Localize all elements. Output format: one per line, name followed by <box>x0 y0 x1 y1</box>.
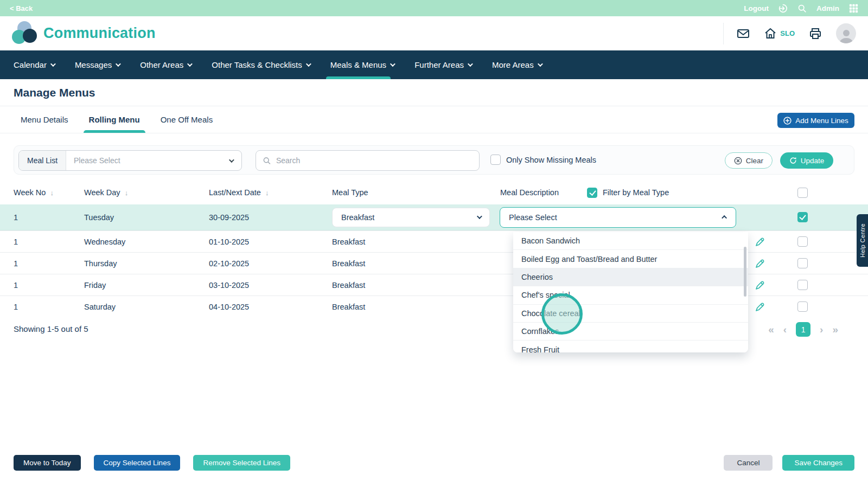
first-page-button[interactable]: « <box>768 324 774 335</box>
col-meal-type: Meal Type <box>332 188 495 197</box>
admin-menu[interactable]: Admin <box>816 4 839 12</box>
current-page-button[interactable]: 1 <box>796 322 810 337</box>
dropdown-option[interactable]: Fresh Fruit <box>513 341 748 352</box>
nav-more-areas[interactable]: More Areas <box>492 50 541 79</box>
user-avatar[interactable] <box>836 23 856 43</box>
search-field[interactable] <box>256 150 480 171</box>
move-to-today-button[interactable]: Move to Today <box>14 455 81 471</box>
app-header: Communication SLO <box>0 16 868 50</box>
meal-description-dropdown: Bacon Sandwich Boiled Egg and Toast/Brea… <box>513 232 748 352</box>
filter-by-meal-type-checkbox[interactable] <box>587 188 597 198</box>
print-icon[interactable] <box>809 27 822 40</box>
meal-description-select-open[interactable]: Please Select <box>500 207 736 228</box>
logout-button[interactable]: Logout <box>744 4 769 12</box>
tabs-bar: Menu Details Rolling Menu One Off Meals <box>0 106 868 133</box>
sort-desc-icon[interactable]: ↓ <box>50 189 54 197</box>
home-icon[interactable] <box>764 27 777 40</box>
save-changes-button[interactable]: Save Changes <box>782 455 854 471</box>
only-show-missing-meals[interactable]: Only Show Missing Meals <box>490 155 596 165</box>
top-utility-bar: < Back Logout Admin <box>0 0 868 16</box>
nav-messages[interactable]: Messages <box>75 50 119 79</box>
next-page-button[interactable]: › <box>820 324 823 335</box>
tab-one-off-meals[interactable]: One Off Meals <box>161 106 213 133</box>
row-checkbox[interactable] <box>797 236 808 247</box>
dropdown-option[interactable]: Bacon Sandwich <box>513 232 748 250</box>
add-menu-lines-button[interactable]: Add Menu Lines <box>777 113 854 128</box>
update-button[interactable]: Update <box>780 152 833 169</box>
col-week-day[interactable]: Week Day↓ <box>84 188 209 197</box>
help-centre-tab[interactable]: Help Centre <box>857 214 868 267</box>
table-row[interactable]: 1 Tuesday 30-09-2025 Breakfast Please Se… <box>0 204 868 230</box>
app-screen: < Back Logout Admin C <box>0 0 868 488</box>
home-link[interactable]: SLO <box>764 27 795 40</box>
col-week-no[interactable]: Week No↓ <box>0 188 84 197</box>
nav-further-areas[interactable]: Further Areas <box>414 50 471 79</box>
only-show-missing-checkbox[interactable] <box>490 155 501 165</box>
main-nav: Calendar Messages Other Areas Other Task… <box>0 50 868 79</box>
nav-other-areas[interactable]: Other Areas <box>140 50 191 79</box>
brand: Communication <box>12 21 156 46</box>
nav-calendar[interactable]: Calendar <box>14 50 54 79</box>
chevron-down-icon <box>187 61 193 67</box>
chevron-down-icon <box>229 157 234 163</box>
page-title-bar: Manage Menus <box>0 79 868 106</box>
chevron-down-icon <box>538 61 543 67</box>
chevron-down-icon <box>477 214 482 219</box>
tab-menu-details[interactable]: Menu Details <box>21 106 68 133</box>
search-input[interactable] <box>276 156 473 165</box>
plus-circle-icon <box>783 117 792 125</box>
pagination: « ‹ 1 › » <box>768 322 838 337</box>
row-checkbox[interactable] <box>797 258 808 268</box>
filter-panel: Meal List Please Select Only Show Missin… <box>14 145 854 175</box>
dropdown-option[interactable]: Chef's special <box>513 286 748 304</box>
meal-list-label: Meal List <box>19 151 66 170</box>
clear-button[interactable]: Clear <box>725 152 773 169</box>
app-logo <box>12 21 37 46</box>
prev-page-button[interactable]: ‹ <box>783 324 787 335</box>
filter-by-meal-type-label: Filter by Meal Type <box>603 188 669 197</box>
apps-grid-icon[interactable] <box>849 4 858 13</box>
edit-pencil-icon[interactable] <box>755 280 765 291</box>
row-checkbox[interactable] <box>797 301 808 312</box>
tab-rolling-menu[interactable]: Rolling Menu <box>89 106 140 133</box>
edit-pencil-icon[interactable] <box>755 236 765 247</box>
messages-envelope-icon[interactable] <box>737 27 750 40</box>
dropdown-option[interactable]: Cheerios <box>513 268 748 286</box>
col-last-next-date[interactable]: Last/Next Date↓ <box>209 188 332 197</box>
avatar-person-icon <box>838 28 854 43</box>
last-page-button[interactable]: » <box>832 324 838 335</box>
sort-desc-icon[interactable]: ↓ <box>265 189 269 197</box>
meal-type-select[interactable]: Breakfast <box>332 208 490 227</box>
cancel-button[interactable]: Cancel <box>724 455 773 471</box>
search-icon[interactable] <box>797 4 807 13</box>
x-circle-icon <box>734 157 742 165</box>
dropdown-option[interactable]: Boiled Egg and Toast/Bread and Butter <box>513 250 748 268</box>
chevron-down-icon <box>50 61 56 67</box>
meal-list-select[interactable]: Meal List Please Select <box>18 150 242 171</box>
page-title: Manage Menus <box>14 86 95 99</box>
table-header: Week No↓ Week Day↓ Last/Next Date↓ Meal … <box>0 181 868 204</box>
meal-list-value: Please Select <box>66 156 229 165</box>
bottom-action-bar: Move to Today Copy Selected Lines Remove… <box>0 454 868 471</box>
back-button[interactable]: < Back <box>10 4 33 12</box>
logout-icon[interactable] <box>778 4 788 13</box>
edit-pencil-icon[interactable] <box>755 301 765 312</box>
remove-selected-lines-button[interactable]: Remove Selected Lines <box>193 455 290 471</box>
copy-selected-lines-button[interactable]: Copy Selected Lines <box>94 455 181 471</box>
nav-meals-menus[interactable]: Meals & Menus <box>330 50 394 79</box>
dropdown-scrollbar[interactable] <box>744 247 746 297</box>
chevron-up-icon <box>722 215 727 221</box>
row-checkbox[interactable] <box>797 212 808 222</box>
dropdown-option[interactable]: Cornflakes <box>513 323 748 341</box>
edit-pencil-icon[interactable] <box>755 258 765 269</box>
chevron-down-icon <box>468 61 473 67</box>
dropdown-option[interactable]: Chocolate cereal <box>513 305 748 323</box>
row-checkbox[interactable] <box>797 280 808 290</box>
chevron-down-icon <box>390 61 395 67</box>
col-meal-description: Meal Description Filter by Meal Type <box>495 188 741 198</box>
select-all-checkbox[interactable] <box>797 188 808 198</box>
sort-desc-icon[interactable]: ↓ <box>125 189 129 197</box>
nav-other-tasks-checklists[interactable]: Other Tasks & Checklists <box>212 50 309 79</box>
chevron-down-icon <box>306 61 311 67</box>
search-icon <box>263 156 271 165</box>
